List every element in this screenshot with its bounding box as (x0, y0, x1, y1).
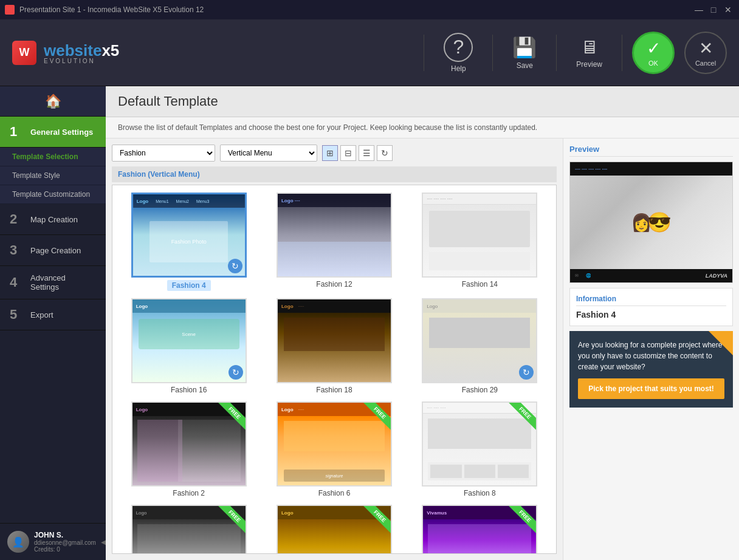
maximize-button[interactable]: □ (707, 4, 720, 16)
window-controls: — □ ✕ (693, 4, 734, 16)
info-panel: Information Fashion 4 (569, 288, 733, 326)
template-name-fashion6: Fashion 6 (318, 489, 351, 497)
user-avatar: 👤 (7, 531, 29, 553)
template-item-fashion20[interactable]: Logo Fashion 20 (265, 505, 403, 554)
section-number-2: 2 (10, 211, 24, 227)
selected-template-name: Fashion 4 (576, 310, 726, 319)
page-title: Default Template (118, 94, 727, 109)
template-item-fashion16[interactable]: Logo Scene ↻ Fashion 16 (120, 298, 258, 394)
user-credits: Credits: 0 (34, 546, 96, 553)
header-toolbar: W websitex5 EVOLUTION ? Help 💾 Save 🖥 Pr… (0, 19, 739, 86)
free-badge-fashion30 (506, 506, 536, 536)
preview-icon: 🖥 (580, 37, 599, 58)
help-label: Help (451, 64, 466, 73)
update-badge-fashion16: ↻ (229, 365, 243, 380)
grid-small-view-button[interactable]: ⊟ (340, 145, 356, 161)
section-label-general: General Settings (30, 128, 93, 137)
grid-large-view-button[interactable]: ⊞ (322, 145, 338, 161)
template-grid: Logo Menu1 Menu2 Menu3 Fashion Photo ↻ (112, 185, 556, 554)
template-name-fashion8: Fashion 8 (464, 489, 496, 497)
template-thumb-fashion16: Logo Scene ↻ (131, 298, 247, 383)
close-button[interactable]: ✕ (722, 4, 734, 16)
template-item-fashion2[interactable]: Logo Fashion 2 (120, 401, 258, 497)
sidebar-subsection-template-style[interactable]: Template Style (0, 166, 106, 185)
content-body: Fashion Business Personal Sport Travel V… (106, 138, 739, 560)
template-thumb-fashion6: Logo ····· signature (277, 401, 392, 487)
help-button[interactable]: ? Help (434, 28, 483, 78)
toolbar-divider-2 (492, 35, 493, 71)
template-item-fashion18[interactable]: Logo ····· Fashion 18 (265, 298, 403, 394)
section-label-map: Map Creation (30, 215, 78, 224)
preview-panel: Preview ···· ···· ···· ···· ···· 👩 😎 ✉ (563, 138, 739, 560)
main-layout: 🏠 1 General Settings Template Selection … (0, 86, 739, 560)
template-name-fashion16: Fashion 16 (171, 386, 207, 394)
template-item-fashion14[interactable]: ···· ···· ···· ···· Fashion 14 (411, 193, 549, 291)
template-item-fashion10[interactable]: Logo Fashion 10 (120, 505, 258, 554)
section-label-export: Export (30, 310, 53, 319)
cancel-button[interactable]: ✕ Cancel (684, 32, 727, 74)
sidebar-subsection-template-selection[interactable]: Template Selection (0, 148, 106, 166)
section-number-5: 5 (10, 307, 24, 323)
window-title: Presentation Site 1 - Incomedia WebSite … (19, 5, 688, 14)
toolbar-divider-3 (556, 35, 557, 71)
info-section-label: Information (576, 295, 726, 306)
preview-label: Preview (576, 60, 602, 69)
template-thumb-fashion2: Logo (131, 401, 247, 487)
content-area: Default Template Browse the list of defa… (106, 86, 739, 560)
template-item-fashion30[interactable]: Vivamus Fashion 30 (411, 505, 549, 554)
template-thumb-fashion8: ···· ···· ···· (422, 401, 537, 487)
promo-banner: Are you looking for a complete project w… (569, 331, 733, 408)
preview-section-label: Preview (569, 145, 733, 157)
template-scroll-area[interactable]: Logo Menu1 Menu2 Menu3 Fashion Photo ↻ (112, 185, 557, 554)
minimize-button[interactable]: — (693, 4, 705, 16)
free-badge-fashion8 (506, 403, 536, 433)
template-item-fashion8[interactable]: ···· ···· ···· (411, 401, 549, 497)
logo-x5: x5 (101, 41, 119, 60)
sidebar-section-page[interactable]: 3 Page Creation (0, 235, 106, 266)
template-section-label: Fashion (Vertical Menu) (112, 166, 557, 182)
user-name: JOHN S. (34, 531, 96, 539)
promo-corner-decoration (709, 331, 733, 355)
save-label: Save (517, 61, 533, 70)
template-item-fashion12[interactable]: Logo ···· Fashion 12 (265, 193, 403, 291)
sidebar-section-general[interactable]: 1 General Settings (0, 117, 106, 148)
cancel-icon: ✕ (699, 38, 713, 58)
section-number-4: 4 (10, 275, 24, 290)
template-thumb-fashion14: ···· ···· ···· ···· (422, 193, 537, 278)
sidebar-section-map[interactable]: 2 Map Creation (0, 204, 106, 235)
sidebar-section-export[interactable]: 5 Export (0, 299, 106, 330)
sidebar-section-advanced[interactable]: 4 Advanced Settings (0, 266, 106, 299)
sidebar-subsection-template-customization[interactable]: Template Customization (0, 185, 106, 204)
filter-bar: Fashion Business Personal Sport Travel V… (112, 145, 557, 162)
save-button[interactable]: 💾 Save (503, 31, 546, 75)
ok-label: OK (648, 60, 658, 67)
section-number-3: 3 (10, 242, 24, 258)
template-thumb-fashion30: Vivamus (422, 505, 537, 554)
user-info: JOHN S. ddiesonne@gmail.com Credits: 0 (34, 531, 96, 553)
promo-button[interactable]: Pick the project that suits you most! (578, 378, 724, 399)
free-badge-fashion10 (215, 506, 246, 536)
template-item-fashion29[interactable]: Logo ↻ Fashion 29 (411, 298, 549, 394)
ok-button[interactable]: ✓ OK (632, 32, 675, 74)
view-controls: ⊞ ⊟ ☰ ↻ (322, 145, 393, 161)
preview-button[interactable]: 🖥 Preview (566, 32, 612, 73)
list-view-button[interactable]: ☰ (359, 145, 374, 161)
sidebar-home-button[interactable]: 🏠 (0, 86, 106, 117)
content-header: Default Template (106, 86, 739, 117)
template-thumb-fashion20: Logo (277, 505, 392, 554)
logo-icon: W (12, 41, 36, 65)
content-description: Browse the list of default Templates and… (106, 117, 739, 138)
template-area: Fashion Business Personal Sport Travel V… (106, 138, 563, 560)
template-name-fashion29: Fashion 29 (462, 386, 498, 394)
layout-filter[interactable]: Vertical Menu Horizontal Menu No Menu (220, 145, 317, 162)
refresh-button[interactable]: ↻ (377, 145, 393, 161)
template-item-fashion4[interactable]: Logo Menu1 Menu2 Menu3 Fashion Photo ↻ (120, 193, 258, 291)
app-logo: W websitex5 EVOLUTION (12, 41, 119, 65)
ok-icon: ✓ (647, 38, 661, 58)
category-filter[interactable]: Fashion Business Personal Sport Travel (112, 145, 215, 162)
template-item-fashion6[interactable]: Logo ····· signature Fashion 6 (265, 401, 403, 497)
free-badge-fashion20 (360, 506, 391, 536)
app-icon (5, 5, 15, 15)
template-thumb-fashion12: Logo ···· (277, 193, 392, 278)
toolbar-divider-4 (622, 35, 622, 71)
